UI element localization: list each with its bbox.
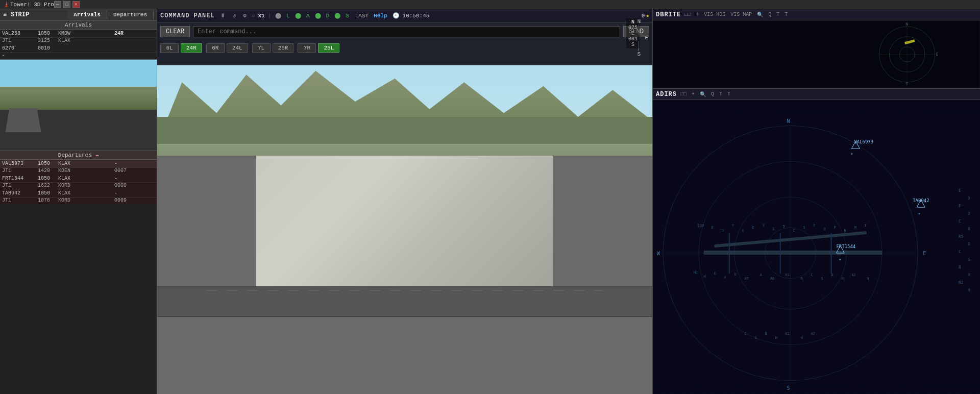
arr1-sub-callsign: JT1 — [2, 38, 38, 43]
svg-text:R: R — [968, 242, 970, 247]
departures-tab[interactable]: Departures — [107, 10, 154, 19]
runway-centerline — [207, 290, 603, 290]
heading-val: 075 — [628, 25, 638, 31]
cmd-input-row: CLEAR SEND — [157, 22, 652, 41]
adirs-q-btn[interactable]: Q — [709, 91, 716, 97]
runway-btn-6R[interactable]: 6R — [206, 43, 225, 53]
dbrite-t1-btn[interactable]: T — [775, 12, 781, 17]
cmd-clear-button[interactable]: CLEAR — [160, 26, 190, 37]
arr1-time: 1050 — [38, 31, 58, 36]
cmd-refresh-btn[interactable]: ↺ — [231, 12, 238, 19]
svg-text:C: C — [793, 229, 795, 233]
adirs-t2-btn[interactable]: T — [726, 91, 732, 97]
cmd-bullet-A: ⬤ — [294, 12, 302, 19]
runway-btn-24L[interactable]: 24L — [227, 43, 248, 53]
adirs-t1-btn[interactable]: T — [718, 91, 724, 97]
cmd-settings-btn[interactable]: ⚙ — [241, 12, 249, 19]
dbrite-vis-hdg[interactable]: VIS HDG — [702, 12, 727, 17]
departure-row-2[interactable]: FRT1544 1050 KLAX - — [0, 175, 157, 183]
svg-text:H: H — [968, 273, 970, 277]
adirs-icon-add[interactable]: + — [690, 91, 696, 97]
svg-text:N: N — [905, 22, 908, 27]
arrivals-tab[interactable]: Arrivals — [67, 10, 107, 19]
adirs-icon-box[interactable]: □□ — [679, 91, 688, 97]
svg-text:H: H — [775, 336, 777, 340]
svg-text:S: S — [755, 336, 757, 340]
dep2-runway: - — [114, 176, 135, 181]
svg-text:E: E — [936, 52, 939, 57]
close-button[interactable]: ✕ — [72, 1, 80, 8]
svg-text:H: H — [867, 277, 869, 281]
svg-text:C: C — [811, 273, 813, 277]
cmd-star-count: 0 — [642, 13, 645, 19]
svg-text:D: D — [752, 226, 754, 230]
dep3-origin: KLAX — [58, 190, 84, 196]
svg-text:H: H — [968, 288, 970, 292]
arr2-time: 0010 — [38, 45, 58, 51]
dep1-sub-origin: KDEN — [58, 168, 84, 174]
scene-container: N E S N 075 E 001 S — [157, 9, 652, 394]
svg-text:E: E — [959, 204, 961, 208]
dbrite-q-btn[interactable]: Q — [767, 12, 773, 17]
dbrite-vis-map[interactable]: VIS MAP — [729, 12, 753, 17]
cmd-bullet-D: ⬤ — [314, 12, 322, 19]
svg-text:B: B — [959, 265, 961, 269]
arrival-row-2[interactable]: 6270 0010 — [0, 44, 157, 53]
svg-text:C: C — [959, 219, 961, 224]
runway-btn-7R[interactable]: 7R — [298, 43, 316, 53]
svg-text:G: G — [714, 272, 716, 276]
view-3d[interactable]: N E S N 075 E 001 S — [157, 9, 652, 394]
svg-text:✈: ✈ — [918, 211, 920, 216]
dep2-sub-origin: KORD — [58, 183, 84, 188]
runway-btn-25R[interactable]: 25R — [273, 43, 294, 53]
strip-icon: ≡ — [3, 11, 7, 18]
dep1-sub-time: 1420 — [38, 168, 58, 174]
svg-text:B: B — [968, 227, 970, 231]
svg-text:C: C — [959, 250, 961, 254]
arrival-row-1[interactable]: VAL258 1050 KMDW 24R — [0, 30, 157, 38]
compass-E-label: E — [645, 35, 648, 41]
minimize-button[interactable]: ─ — [54, 1, 61, 8]
dbrite-content: N E S — [653, 20, 980, 88]
cmd-input-field[interactable] — [193, 26, 620, 37]
dbrite-icon-add[interactable]: + — [694, 12, 700, 17]
runway-btn-6L[interactable]: 6L — [160, 43, 179, 53]
svg-text:S: S — [968, 257, 970, 262]
runway-btn-24R[interactable]: 24R — [181, 43, 202, 53]
svg-text:B: B — [765, 332, 767, 336]
departure-row-1-sub: JT1 1420 KDEN 0007 — [0, 168, 157, 175]
dbrite-panel: DBRITE □□ + VIS HDG VIS MAP 🔍 Q T T N E … — [652, 9, 980, 89]
dbrite-icon-box[interactable]: □□ — [683, 12, 692, 17]
svg-text:✈: ✈ — [839, 257, 841, 262]
svg-text:D: D — [968, 211, 970, 216]
cmd-pause-btn[interactable]: ⏸ — [218, 12, 228, 19]
dbrite-t2-btn[interactable]: T — [783, 12, 789, 17]
svg-text:N2: N2 — [786, 332, 790, 336]
arr1-origin: KMDW — [58, 31, 84, 36]
runway-btn-7L[interactable]: 7L — [252, 43, 271, 53]
svg-text:Q: Q — [823, 227, 825, 231]
title-bar: 🗼 Tower! 3D Pro ─ □ ✕ — [0, 0, 980, 9]
dep1-runway: - — [114, 161, 135, 166]
svg-text:A7: A7 — [745, 277, 749, 281]
runway-btn-25L[interactable]: 25L — [318, 43, 339, 53]
departures-header: Departures ▬ — [0, 151, 157, 160]
departure-row-1[interactable]: VAL5973 1050 KLAX - — [0, 160, 157, 168]
adirs-zoom-icon[interactable]: 🔍 — [698, 91, 707, 97]
arr1-sub-runway — [114, 38, 135, 43]
cmd-sep2: | — [268, 13, 272, 19]
dbrite-title: DBRITE — [656, 11, 681, 18]
dbrite-zoom-icon[interactable]: 🔍 — [755, 12, 765, 18]
departure-row-3[interactable]: TAB942 1050 KLAX - — [0, 189, 157, 198]
svg-text:B: B — [831, 273, 833, 277]
arr1-sub-via — [84, 38, 114, 43]
svg-text:E: E — [923, 251, 926, 256]
cmd-help[interactable]: Help — [374, 13, 387, 19]
dep2-sub-callsign: JT1 — [2, 183, 38, 188]
maximize-button[interactable]: □ — [63, 1, 70, 8]
svg-text:H: H — [801, 336, 803, 340]
dep1-time: 1050 — [38, 161, 58, 166]
cmd-title: COMMAND PANEL — [160, 12, 215, 19]
cmd-time: 10:50:45 — [403, 13, 430, 19]
svg-text:P: P — [834, 226, 836, 230]
